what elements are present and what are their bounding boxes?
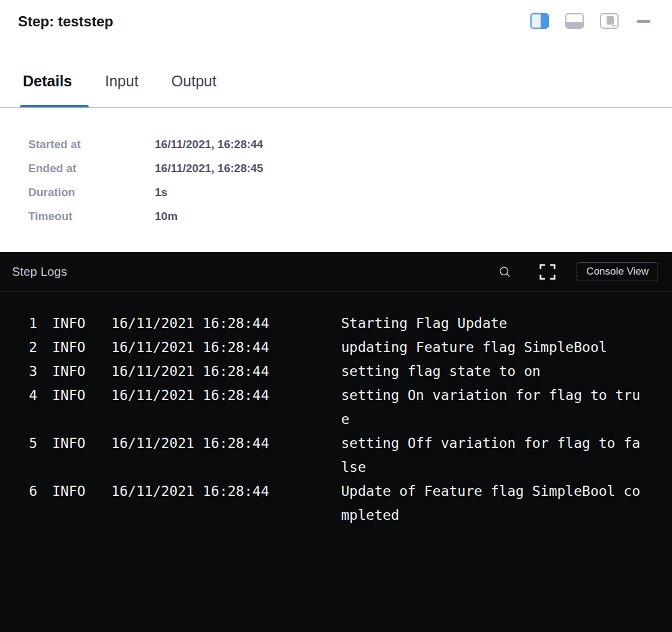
log-message: Update of Feature flag SimpleBool comple… (341, 479, 646, 527)
log-timestamp: 16/11/2021 16:28:44 (111, 431, 269, 455)
log-level: INFO (52, 479, 85, 503)
detail-value: 16/11/2021, 16:28:44 (155, 138, 263, 151)
log-level: INFO (52, 383, 85, 407)
log-line: 1 INFO 16/11/2021 16:28:44 Starting Flag… (18, 311, 672, 335)
log-line-number: 2 (18, 335, 37, 359)
detail-label: Timeout (28, 210, 155, 223)
detail-value: 16/11/2021, 16:28:45 (155, 162, 263, 175)
tab-divider (0, 107, 672, 108)
tab-details[interactable]: Details (23, 71, 72, 108)
log-line-number: 4 (18, 383, 37, 407)
log-level: INFO (52, 335, 85, 359)
detail-value: 1s (155, 186, 167, 199)
log-line-number: 6 (18, 479, 37, 503)
split-bottom-fill (566, 22, 583, 28)
log-timestamp: 16/11/2021 16:28:44 (111, 383, 269, 407)
minimize-icon[interactable] (637, 20, 650, 23)
page-title: Step: teststep (18, 13, 113, 31)
log-timestamp: 16/11/2021 16:28:44 (111, 359, 269, 383)
log-line: 5 INFO 16/11/2021 16:28:44 setting Off v… (18, 431, 672, 479)
log-level: INFO (52, 359, 85, 383)
log-message: updating Feature flag SimpleBool (341, 335, 646, 359)
console-view-button[interactable]: Console View (577, 262, 658, 281)
floating-pane-bar (612, 25, 616, 26)
detail-row: Timeout 10m (28, 204, 263, 228)
log-message: setting Off variation for flag to false (341, 431, 646, 479)
log-message: Starting Flag Update (341, 311, 646, 335)
step-details-panel: Step: teststep Details Input Output Star… (0, 0, 672, 252)
tab-input-label: Input (105, 73, 139, 89)
log-message: setting On variation for flag to true (341, 383, 646, 431)
tab-details-label: Details (23, 73, 72, 89)
log-line: 3 INFO 16/11/2021 16:28:44 setting flag … (18, 359, 672, 383)
floating-pane-inner (607, 16, 614, 25)
floating-pane-icon[interactable] (600, 13, 619, 29)
logs-header: Step Logs Console View (0, 252, 672, 292)
tab-input[interactable]: Input (105, 71, 139, 108)
search-icon[interactable] (498, 265, 512, 279)
log-level: INFO (52, 311, 85, 335)
logs-actions: Console View (498, 262, 658, 282)
detail-label: Ended at (28, 162, 155, 175)
log-timestamp: 16/11/2021 16:28:44 (111, 311, 269, 335)
tab-output[interactable]: Output (172, 71, 217, 108)
detail-row: Started at 16/11/2021, 16:28:44 (28, 133, 263, 157)
log-output: 1 INFO 16/11/2021 16:28:44 Starting Flag… (0, 292, 672, 527)
log-line: 2 INFO 16/11/2021 16:28:44 updating Feat… (18, 335, 672, 359)
tab-output-label: Output (172, 73, 217, 89)
pane-controls (530, 13, 650, 29)
detail-value: 10m (155, 210, 178, 223)
log-level: INFO (52, 431, 85, 455)
detail-row: Ended at 16/11/2021, 16:28:45 (28, 157, 263, 180)
log-message: setting flag state to on (341, 359, 646, 383)
split-bottom-pane-icon[interactable] (565, 13, 584, 29)
split-right-fill (541, 14, 548, 28)
logs-title: Step Logs (12, 265, 67, 279)
log-line-number: 3 (18, 359, 37, 383)
expand-icon[interactable] (538, 262, 557, 282)
log-line-number: 5 (18, 431, 37, 455)
details-table: Started at 16/11/2021, 16:28:44 Ended at… (28, 133, 263, 228)
split-right-pane-icon[interactable] (530, 13, 549, 29)
log-timestamp: 16/11/2021 16:28:44 (111, 479, 269, 503)
log-line: 4 INFO 16/11/2021 16:28:44 setting On va… (18, 383, 672, 431)
log-timestamp: 16/11/2021 16:28:44 (111, 335, 269, 359)
log-line-number: 1 (18, 311, 37, 335)
step-logs-panel: Step Logs Console View 1 (0, 252, 672, 632)
log-line: 6 INFO 16/11/2021 16:28:44 Update of Fea… (18, 479, 672, 527)
detail-row: Duration 1s (28, 180, 263, 204)
detail-label: Duration (28, 186, 155, 199)
detail-label: Started at (28, 138, 155, 151)
titlebar: Step: teststep (0, 0, 672, 31)
tab-bar: Details Input Output (23, 71, 217, 108)
